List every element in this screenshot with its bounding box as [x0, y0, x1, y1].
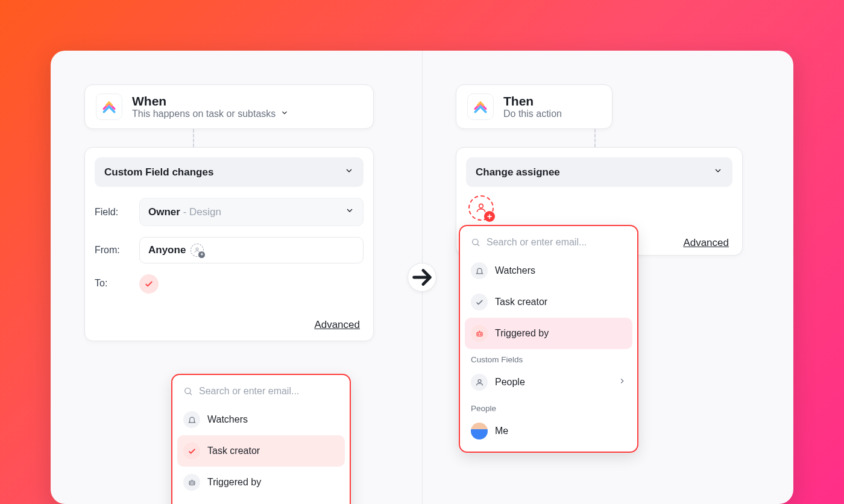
assignee-dropdown: Search or enter email... Watchers Task c…	[459, 225, 638, 453]
check-icon	[471, 294, 488, 310]
add-person-icon[interactable]: +	[191, 244, 204, 257]
action-select[interactable]: Change assignee	[466, 157, 732, 187]
chevron-down-icon	[345, 206, 354, 218]
then-header-card[interactable]: Then Do this action	[456, 84, 613, 129]
svg-point-4	[192, 482, 193, 483]
search-placeholder: Search or enter email...	[487, 237, 587, 248]
then-subtitle: Do this action	[503, 109, 562, 119]
when-title: When	[132, 94, 289, 109]
svg-point-8	[473, 239, 478, 245]
to-selected-chip[interactable]	[139, 274, 159, 294]
then-column: Then Do this action Change assignee + Ad…	[422, 51, 793, 504]
dropdown-item-people-field[interactable]: People	[465, 367, 632, 398]
svg-point-3	[191, 482, 191, 483]
to-dropdown: Search or enter email... Watchers Task c…	[171, 374, 351, 504]
trigger-select[interactable]: Custom Field changes	[95, 157, 364, 187]
dropdown-item-watchers[interactable]: Watchers	[465, 255, 632, 286]
svg-point-11	[480, 333, 480, 334]
dropdown-item-triggered-by[interactable]: Triggered by	[465, 318, 632, 349]
search-icon	[471, 238, 480, 247]
dropdown-item-task-creator[interactable]: Task creator	[177, 435, 345, 467]
brand-logo-icon	[467, 93, 494, 120]
when-subtitle: This happens on task or subtasks	[132, 109, 276, 119]
field-label: Field:	[95, 207, 130, 218]
dropdown-search[interactable]: Search or enter email...	[177, 381, 345, 404]
field-select[interactable]: Owner - Design	[139, 198, 364, 226]
svg-point-0	[196, 248, 198, 250]
chevron-down-icon	[713, 166, 723, 178]
person-icon	[471, 374, 488, 391]
dropdown-section-custom-fields: Custom Fields	[177, 498, 345, 504]
svg-point-12	[478, 379, 481, 382]
bell-icon	[183, 411, 200, 428]
automation-canvas: When This happens on task or subtasks Cu…	[51, 51, 793, 504]
dropdown-section-people: People	[465, 398, 632, 415]
chevron-down-icon	[344, 166, 354, 178]
chevron-right-icon	[618, 377, 626, 388]
when-config-card: Custom Field changes Field: Owner - Desi…	[84, 147, 374, 341]
connector-line	[193, 129, 194, 147]
search-icon	[183, 386, 193, 396]
svg-point-10	[478, 333, 479, 334]
when-header-card[interactable]: When This happens on task or subtasks	[84, 84, 374, 129]
avatar	[471, 423, 488, 439]
add-assignee-button[interactable]: +	[468, 195, 494, 221]
brand-logo-icon	[96, 93, 122, 120]
when-column: When This happens on task or subtasks Cu…	[51, 51, 422, 504]
field-value-main: Owner	[148, 206, 180, 218]
dropdown-item-me[interactable]: Me	[465, 415, 632, 447]
advanced-link[interactable]: Advanced	[683, 237, 729, 249]
to-label: To:	[95, 274, 130, 289]
from-value-box[interactable]: Anyone +	[139, 237, 364, 263]
robot-icon	[471, 325, 488, 342]
chevron-down-icon	[280, 109, 289, 119]
search-placeholder: Search or enter email...	[199, 386, 299, 397]
dropdown-item-watchers[interactable]: Watchers	[177, 404, 345, 435]
dropdown-section-custom-fields: Custom Fields	[465, 349, 632, 367]
svg-point-1	[185, 388, 191, 394]
dropdown-search[interactable]: Search or enter email...	[465, 232, 632, 255]
connector-line	[594, 129, 596, 147]
when-subtitle-row[interactable]: This happens on task or subtasks	[132, 109, 289, 119]
bell-icon	[471, 262, 488, 279]
action-label: Change assignee	[476, 166, 560, 178]
check-icon	[183, 443, 200, 459]
robot-icon	[183, 474, 200, 491]
to-row: To:	[95, 274, 364, 294]
from-label: From:	[95, 245, 130, 256]
field-value-sep: -	[180, 206, 189, 218]
field-row: Field: Owner - Design	[95, 198, 364, 226]
from-value: Anyone	[148, 244, 186, 256]
plus-icon: +	[484, 211, 495, 222]
field-value-sub: Design	[189, 206, 221, 218]
dropdown-item-triggered-by[interactable]: Triggered by	[177, 467, 345, 498]
dropdown-item-task-creator[interactable]: Task creator	[465, 286, 632, 318]
from-row: From: Anyone +	[95, 237, 364, 263]
svg-point-7	[479, 204, 483, 208]
then-title: Then	[503, 94, 562, 109]
then-config-card: Change assignee + Advanced Search or ent…	[456, 147, 743, 256]
advanced-link[interactable]: Advanced	[314, 319, 360, 331]
trigger-label: Custom Field changes	[104, 166, 213, 178]
